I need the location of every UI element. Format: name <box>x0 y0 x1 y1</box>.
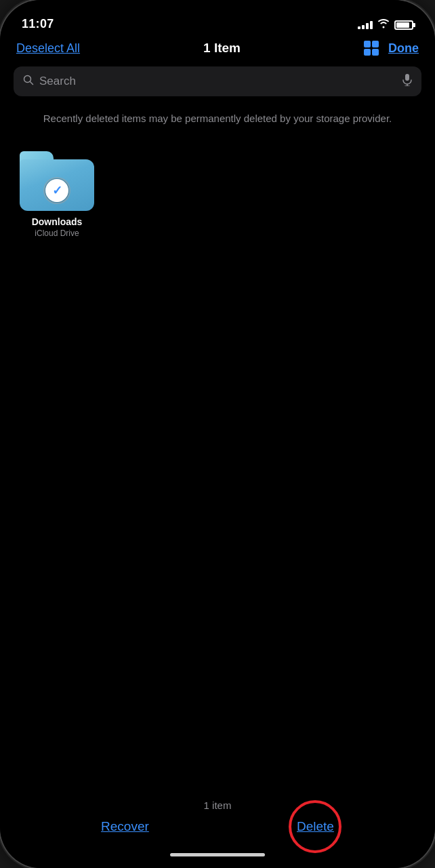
signal-icon <box>358 21 373 29</box>
deselect-all-button[interactable]: Deselect All <box>16 41 80 56</box>
file-grid: ✓ Downloads iCloud Drive <box>0 140 435 249</box>
status-time: 11:07 <box>22 17 54 31</box>
svg-line-1 <box>30 82 33 85</box>
nav-right-actions: Done <box>364 41 419 56</box>
mic-icon <box>402 74 412 90</box>
nav-bar: Deselect All 1 Item Done <box>0 37 435 62</box>
wifi-icon <box>377 19 390 31</box>
screen: 11:07 <box>0 0 435 868</box>
file-subtitle: iCloud Drive <box>35 229 79 238</box>
info-text: Recently deleted items may be permanentl… <box>0 104 435 140</box>
search-bar[interactable]: Search <box>14 66 421 96</box>
search-icon <box>23 75 34 88</box>
bottom-toolbar: 1 item Recover Delete <box>0 793 435 841</box>
grid-view-icon[interactable] <box>364 41 379 56</box>
home-indicator <box>0 841 435 868</box>
checkmark-icon: ✓ <box>52 183 62 198</box>
file-name: Downloads <box>32 216 83 227</box>
recover-button[interactable]: Recover <box>101 819 149 834</box>
delete-button-wrapper: Delete <box>297 819 334 834</box>
delete-button[interactable]: Delete <box>297 819 334 834</box>
search-placeholder: Search <box>39 75 397 88</box>
item-count: 1 item <box>0 800 435 811</box>
svg-rect-2 <box>405 74 409 81</box>
status-icons <box>358 19 413 31</box>
home-bar <box>170 853 265 856</box>
phone-frame: 11:07 <box>0 0 435 868</box>
nav-title: 1 Item <box>203 41 241 56</box>
done-button[interactable]: Done <box>388 41 419 56</box>
file-item-downloads[interactable]: ✓ Downloads iCloud Drive <box>16 151 98 238</box>
notch <box>150 0 285 22</box>
battery-icon <box>394 20 413 30</box>
toolbar-actions: Recover Delete <box>0 819 435 841</box>
folder-icon: ✓ <box>20 151 94 211</box>
